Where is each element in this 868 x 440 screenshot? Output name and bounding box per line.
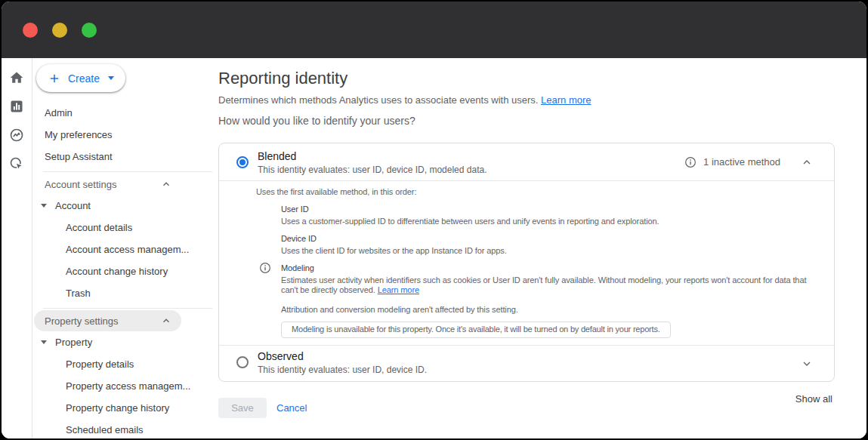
modeling-learn-more-link[interactable]: Learn more [378,285,419,294]
observed-option-text: Observed This identity evaluates: user I… [219,346,834,375]
reports-icon[interactable] [9,99,24,114]
method-user-id: User ID Uses a customer-supplied ID to d… [281,205,816,226]
create-button-label: Create [68,72,100,85]
create-button[interactable]: Create [36,64,125,92]
blended-option[interactable]: Blended This identity evaluates: user ID… [219,143,834,180]
window-minimize-button[interactable] [52,23,67,38]
section-account-settings[interactable]: Account settings [34,174,181,195]
observed-header-right [801,346,813,381]
modeling-description: Estimates user activity when identifiers… [281,275,810,295]
identity-options-card: Blended This identity evaluates: user ID… [218,143,835,382]
chevron-up-icon [161,179,171,189]
sidebar-item-account-details[interactable]: Account details [32,217,218,238]
sidebar-item-my-preferences[interactable]: My preferences [32,124,218,146]
blended-header-right: 1 inactive method [684,143,813,180]
window-zoom-button[interactable] [82,23,97,38]
card-footer: Show all Save Cancel [218,382,835,418]
window-close-button[interactable] [23,23,38,38]
blended-intro: Uses the first available method, in this… [256,187,816,197]
sidebar-divider [43,308,212,309]
chevron-up-icon [161,315,171,326]
sidebar-item-property-change-history[interactable]: Property change history [32,397,218,419]
cancel-button[interactable]: Cancel [276,402,307,414]
main-content: Reporting identity Determines which meth… [218,58,866,438]
blended-radio[interactable] [236,156,249,168]
modeling-unavailable-note: Modeling is unavailable for this propert… [281,322,671,338]
expander-icon [41,204,47,208]
observed-sublabel: This identity evaluates: user ID, device… [258,365,834,375]
identity-question: How would you like to identify your user… [218,115,835,127]
attribution-note: Attribution and conversion modeling aren… [281,305,816,315]
info-icon [259,262,271,276]
observed-label: Observed [258,350,834,362]
expand-chevron-icon[interactable] [801,358,813,370]
sidebar-item-property-details[interactable]: Property details [32,353,218,375]
expander-icon [41,340,47,344]
plus-icon [48,72,61,85]
show-all-link[interactable]: Show all [795,393,832,405]
inactive-method-badge: 1 inactive method [703,156,780,168]
save-button[interactable]: Save [218,398,267,418]
sidebar-divider [43,171,212,172]
form-actions: Save Cancel [218,382,835,418]
app-body: Create Admin My preferences Setup Assist… [2,58,866,438]
learn-more-link[interactable]: Learn more [541,94,591,106]
window-titlebar [2,2,866,58]
observed-option[interactable]: Observed This identity evaluates: user I… [219,346,834,381]
sidebar-item-scheduled-emails[interactable]: Scheduled emails [32,419,218,438]
method-modeling: Modeling Estimates user activity when id… [281,263,816,295]
page-title: Reporting identity [218,69,835,88]
explore-icon[interactable] [9,128,24,143]
observed-radio[interactable] [236,356,249,368]
method-device-id: Device ID Uses the client ID for website… [281,234,816,256]
sidebar-item-setup-assistant[interactable]: Setup Assistant [32,146,218,168]
section-property-settings[interactable]: Property settings [34,310,181,331]
nav-rail [2,58,32,438]
admin-sidebar: Create Admin My preferences Setup Assist… [32,58,218,438]
home-icon[interactable] [9,70,24,85]
sidebar-group-property[interactable]: Property [32,331,218,353]
sidebar-nav: Admin My preferences Setup Assistant Acc… [32,102,218,438]
sidebar-item-account-access[interactable]: Account access managem... [32,238,218,260]
page-description: Determines which methods Analytics uses … [218,94,835,106]
sidebar-group-account[interactable]: Account [32,195,218,217]
sidebar-item-account-change-history[interactable]: Account change history [32,260,218,282]
collapse-chevron-icon[interactable] [801,156,813,168]
create-caret-icon [108,76,114,80]
blended-details: Uses the first available method, in this… [219,181,834,345]
sidebar-item-admin[interactable]: Admin [32,102,218,124]
sidebar-item-trash[interactable]: Trash [32,282,218,304]
sidebar-item-property-access[interactable]: Property access managem... [32,375,218,397]
info-icon [684,156,697,168]
advertising-icon[interactable] [9,156,24,171]
app-window: Create Admin My preferences Setup Assist… [2,2,866,438]
